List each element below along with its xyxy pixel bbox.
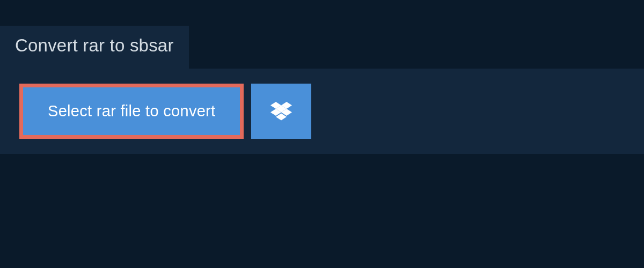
button-row: Select rar file to convert (19, 84, 311, 139)
select-file-button[interactable]: Select rar file to convert (23, 87, 240, 135)
dropbox-button[interactable] (251, 84, 311, 139)
upload-panel: Select rar file to convert (0, 69, 644, 154)
page-title: Convert rar to sbsar (15, 35, 174, 56)
dropbox-icon (270, 102, 292, 121)
header-tab: Convert rar to sbsar (0, 26, 189, 69)
select-file-label: Select rar file to convert (48, 102, 215, 120)
select-file-highlight: Select rar file to convert (19, 84, 244, 139)
